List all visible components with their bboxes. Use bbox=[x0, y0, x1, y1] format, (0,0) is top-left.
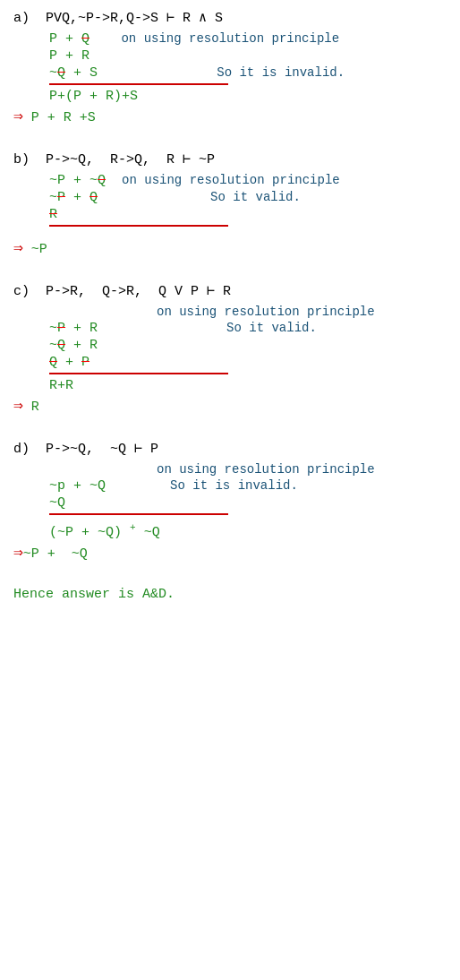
section-c-line2: ~Q + R bbox=[13, 338, 447, 353]
section-b-header: b) P->~Q, R->Q, R ⊢ ~P bbox=[13, 150, 447, 168]
section-b-result: ⇒ ~P bbox=[13, 237, 447, 257]
section-a-line1: P + Q on using resolution principle bbox=[13, 31, 447, 47]
section-c-note: on using resolution principle bbox=[13, 305, 447, 319]
section-c-line1: ~P + R So it valid. bbox=[13, 321, 447, 336]
section-d: d) P->~Q, ~Q ⊢ P on using resolution pri… bbox=[13, 440, 447, 562]
section-b-line1: ~P + ~Q on using resolution principle bbox=[13, 173, 447, 188]
section-d-note: on using resolution principle bbox=[13, 462, 447, 477]
section-d-header: d) P->~Q, ~Q ⊢ P bbox=[13, 440, 447, 457]
section-a-result: ⇒ P + R +S bbox=[13, 106, 447, 125]
section-c-separator bbox=[49, 373, 228, 374]
section-a-line2: P + R bbox=[13, 48, 447, 64]
section-b-separator bbox=[49, 225, 228, 227]
section-c-label: c) P->R, Q->R, Q V P ⊢ R bbox=[13, 284, 231, 299]
section-b-label: b) P->~Q, R->Q, R ⊢ ~P bbox=[13, 152, 215, 168]
section-d-line1: ~p + ~Q So it is invalid. bbox=[13, 478, 447, 494]
section-a: a) PVQ,~P->R,Q->S ⊢ R ∧ S P + Q on using… bbox=[13, 9, 447, 125]
section-a-separator bbox=[49, 83, 228, 85]
section-a-line3: ~Q + S So it is invalid. bbox=[13, 65, 447, 81]
section-c: c) P->R, Q->R, Q V P ⊢ R on using resolu… bbox=[13, 282, 447, 415]
section-c-line3: Q + P bbox=[13, 355, 447, 370]
section-a-line4: P+(P + R)+S bbox=[13, 89, 447, 104]
section-c-result: ⇒ R bbox=[13, 395, 447, 415]
section-a-label: a) PVQ,~P->R,Q->S ⊢ R ∧ S bbox=[13, 11, 223, 26]
hence-statement: Hence answer is A&D. bbox=[13, 587, 447, 602]
section-b-line2: ~P + Q So it valid. bbox=[13, 190, 447, 205]
section-a-header: a) PVQ,~P->R,Q->S ⊢ R ∧ S bbox=[13, 9, 447, 26]
section-d-separator bbox=[49, 513, 228, 515]
section-d-result: ⇒ ~P + ~Q bbox=[13, 542, 447, 562]
section-c-header: c) P->R, Q->R, Q V P ⊢ R bbox=[13, 282, 447, 299]
section-c-line4: R+R bbox=[13, 378, 447, 393]
section-d-line2: ~Q bbox=[13, 495, 447, 511]
section-b: b) P->~Q, R->Q, R ⊢ ~P ~P + ~Q on using … bbox=[13, 150, 447, 257]
section-b-line3: R bbox=[13, 207, 447, 222]
section-d-label: d) P->~Q, ~Q ⊢ P bbox=[13, 442, 158, 457]
section-d-line3: (~P + ~Q) + ~Q bbox=[13, 522, 447, 540]
